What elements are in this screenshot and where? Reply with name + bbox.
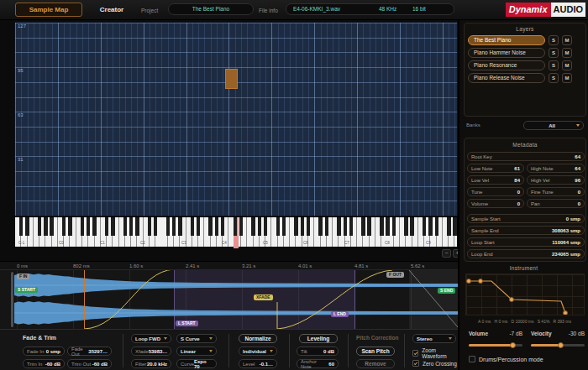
fade-out-marker[interactable]: F OUT xyxy=(386,272,404,278)
key-label: C9 xyxy=(426,241,431,245)
chevron-down-icon xyxy=(576,124,580,127)
key-label: C8 xyxy=(385,241,390,245)
curve-field[interactable]: CurveExpo 70 xyxy=(176,359,217,368)
fine-tune-field[interactable]: Fine Tune0 xyxy=(527,187,585,196)
layers-panel: Layers The Best Piano S M Piano Hammer N… xyxy=(464,23,586,117)
loop-mode-dropdown[interactable]: Loop FWD xyxy=(131,334,171,343)
trim-out-field[interactable]: Trim Out-60 dB xyxy=(67,359,112,368)
sample-start-marker[interactable]: S START xyxy=(15,287,38,293)
layer-item[interactable]: Piano Release Noise xyxy=(468,73,545,83)
envelope-node xyxy=(479,279,483,284)
envelope-graph xyxy=(466,274,584,315)
waveform-editor[interactable]: F IN S START L START XFADE L END F OUT S… xyxy=(0,270,458,329)
normalize-button[interactable]: Normalize xyxy=(239,334,277,343)
sample-end-field[interactable]: Sample End308063 smp xyxy=(467,226,585,235)
mute-button[interactable]: M xyxy=(562,73,572,83)
fade-in-field[interactable]: Fade In0 smp xyxy=(23,347,65,356)
velocity-slider[interactable] xyxy=(531,344,585,347)
key-label: C7 xyxy=(344,241,349,245)
velocity-label-95: 95 xyxy=(18,68,24,73)
remove-pitch-button[interactable]: Remove xyxy=(356,359,395,368)
layer-item[interactable]: Piano Hammer Noise xyxy=(468,48,545,58)
waveform-channels xyxy=(14,274,458,325)
banks-dropdown[interactable]: All xyxy=(523,121,584,130)
drums-percussion-checkbox[interactable]: Drums/Percussion mode xyxy=(469,356,543,362)
filter-field[interactable]: Filter20.0 kHz xyxy=(131,359,171,368)
solo-button[interactable]: S xyxy=(549,35,559,45)
solo-button[interactable]: S xyxy=(549,60,559,70)
layer-item[interactable]: Piano Resonance xyxy=(468,60,545,70)
ruler-tick: 0 ms xyxy=(17,263,28,268)
loop-start-field[interactable]: Loop Start110064 smp xyxy=(467,237,585,247)
sample-map-grid[interactable]: 127 95 63 31 xyxy=(14,22,458,216)
leveling-button[interactable]: Leveling xyxy=(299,334,338,343)
high-vel-field[interactable]: High Vel96 xyxy=(527,175,585,185)
mute-button[interactable]: M xyxy=(562,35,572,45)
chevron-down-icon xyxy=(270,350,273,352)
sample-start-field[interactable]: Sample Start0 smp xyxy=(467,214,585,223)
mute-button[interactable]: M xyxy=(562,60,572,70)
volume-slider[interactable] xyxy=(469,344,522,347)
scan-pitch-button[interactable]: Scan Pitch xyxy=(356,347,395,356)
loop-start-marker[interactable]: L START xyxy=(176,320,198,326)
banks-label: Banks xyxy=(466,122,480,128)
level-field[interactable]: Level-0.1… xyxy=(239,359,277,368)
envelope-node xyxy=(564,311,568,315)
map-zoom-out-button[interactable]: − xyxy=(442,249,451,258)
layer-item[interactable]: The Best Piano xyxy=(468,35,545,45)
xfade-marker[interactable]: XFADE xyxy=(254,294,273,300)
loop-end-marker[interactable]: L END xyxy=(331,311,349,317)
low-note-field[interactable]: Low Note61 xyxy=(467,164,524,173)
tilt-field[interactable]: Tilt0 dB xyxy=(297,347,339,356)
project-name-field[interactable]: The Best Piano xyxy=(168,3,254,15)
ruler-tick: 2.41 s xyxy=(186,263,199,268)
velocity-slider-knob[interactable] xyxy=(558,342,564,348)
zero-crossing-checkbox[interactable]: Zero Crossing xyxy=(412,360,457,367)
key-label: C5 xyxy=(263,241,268,245)
crossfade-curve-in xyxy=(84,270,174,329)
zoom-waveform-checkbox[interactable]: Zoom Waveform xyxy=(412,347,458,359)
checkbox xyxy=(412,360,419,367)
key-label: C2 xyxy=(140,241,145,245)
loop-end-field[interactable]: Loop End234065 smp xyxy=(467,249,585,258)
envelope-editor[interactable] xyxy=(465,274,585,315)
low-vel-field[interactable]: Low Vel84 xyxy=(467,175,524,185)
trim-in-field[interactable]: Trim In-60 dB xyxy=(23,359,65,368)
solo-button[interactable]: S xyxy=(549,48,559,58)
fade-out-field[interactable]: Fade Out35297… xyxy=(67,347,112,356)
solo-button[interactable]: S xyxy=(549,73,559,83)
black-keys[interactable] xyxy=(15,217,459,236)
file-info-label: File info xyxy=(259,8,278,13)
tab-creator[interactable]: Creator xyxy=(86,3,138,17)
tab-sample-map[interactable]: Sample Map xyxy=(15,3,82,17)
ruler-tick: 802 ms xyxy=(73,263,90,268)
divider xyxy=(348,334,349,367)
key-label: C1 xyxy=(100,241,105,245)
velocity-slider-fill xyxy=(531,344,560,347)
root-key-field[interactable]: Root Key64 xyxy=(467,152,585,161)
xfade-curve-dropdown[interactable]: Linear xyxy=(176,347,217,356)
selected-sample-zone[interactable] xyxy=(225,69,238,89)
tune-field[interactable]: Tune0 xyxy=(467,187,524,196)
stereo-mode-dropdown[interactable]: Stereo xyxy=(412,334,456,343)
key-label: C4 xyxy=(222,241,227,245)
sample-rate: 48 KHz xyxy=(379,4,396,14)
ruler-tick: 3.21 s xyxy=(242,263,255,268)
anchor-note-field[interactable]: Anchor Note60 xyxy=(297,359,339,368)
xfade-field[interactable]: Xfade53983… xyxy=(131,347,171,356)
ruler-tick: 4.81 s xyxy=(354,263,368,268)
mute-button[interactable]: M xyxy=(562,48,572,58)
file-info-field[interactable]: E4-06-KMKI_3.wav 48 KHz 16 bit xyxy=(286,3,454,15)
piano-keyboard[interactable]: C-1 C0 C1 C2 C3 C4 C5 C6 C7 C8 C9 xyxy=(14,216,458,248)
crossfade-curve-out xyxy=(277,270,392,329)
chevron-down-icon xyxy=(449,337,452,340)
sample-end-marker[interactable]: S END xyxy=(438,288,455,294)
fade-in-marker[interactable]: F IN xyxy=(17,274,29,279)
normalize-mode-dropdown[interactable]: Individual xyxy=(239,347,277,356)
volume-field[interactable]: Volume0 xyxy=(467,199,524,208)
high-note-field[interactable]: High Note64 xyxy=(527,164,585,173)
volume-slider-knob[interactable] xyxy=(510,342,516,348)
volume-slider-fill xyxy=(469,344,512,347)
pan-field[interactable]: Pan0 xyxy=(527,199,585,208)
loop-shape-dropdown[interactable]: S Curve xyxy=(176,334,217,343)
